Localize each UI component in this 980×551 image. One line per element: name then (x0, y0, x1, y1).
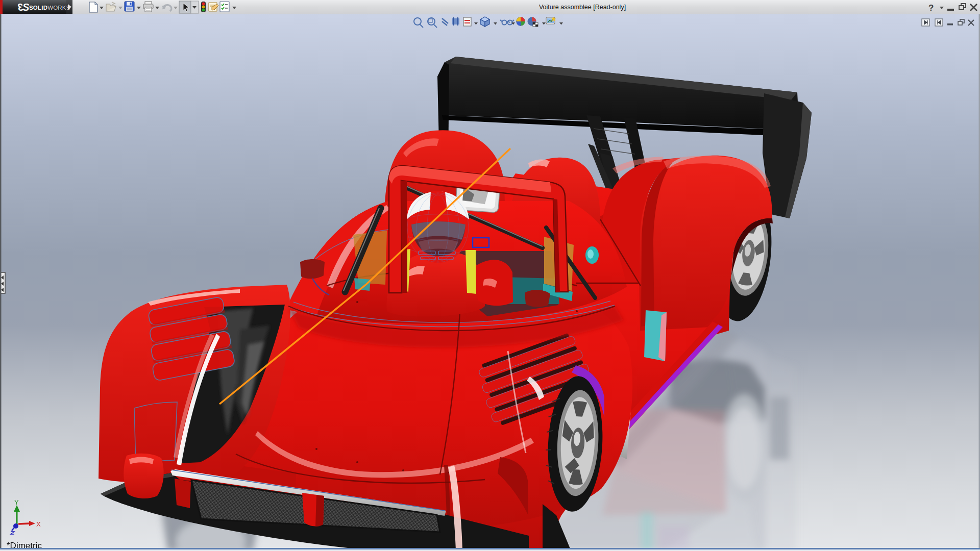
svg-text:X: X (36, 520, 41, 528)
svg-text:Y: Y (14, 498, 19, 506)
